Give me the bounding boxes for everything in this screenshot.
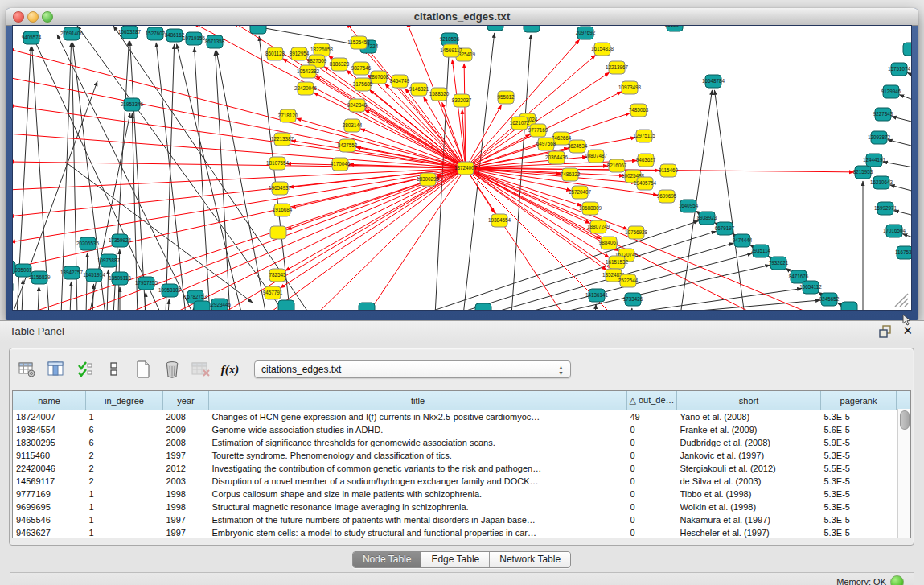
- table-cell[interactable]: 1998: [163, 501, 209, 513]
- graph-node[interactable]: [359, 303, 375, 311]
- table-cell[interactable]: 2009: [163, 423, 209, 436]
- table-row[interactable]: 1938455462009Genome-wide association stu…: [13, 423, 911, 436]
- float-window-icon[interactable]: [879, 325, 892, 338]
- table-cell[interactable]: 9463627: [13, 526, 86, 538]
- table-cell[interactable]: 6: [86, 423, 163, 436]
- column-header-title[interactable]: title: [209, 391, 627, 410]
- vertical-scrollbar[interactable]: [897, 409, 910, 538]
- table-cell[interactable]: Yano et al. (2008): [677, 410, 821, 424]
- table-row[interactable]: 946554611997Estimation of the future num…: [13, 513, 911, 526]
- table-cell[interactable]: Hescheler et al. (1997): [677, 526, 821, 538]
- table-cell[interactable]: 5.3E-5: [821, 488, 897, 501]
- graph-node[interactable]: [250, 26, 266, 34]
- table-cell[interactable]: 0: [627, 513, 677, 526]
- table-cell[interactable]: Embryonic stem cells: a model to study s…: [209, 526, 627, 538]
- graph-node[interactable]: [903, 43, 912, 56]
- table-cell[interactable]: 2003: [163, 475, 209, 488]
- table-cell[interactable]: 5.3E-5: [821, 475, 897, 488]
- table-cell[interactable]: Franke et al. (2009): [677, 423, 821, 436]
- column-header-name[interactable]: name: [13, 391, 86, 410]
- delete-icon[interactable]: [162, 360, 182, 379]
- table-cell[interactable]: 5.5E-5: [821, 462, 897, 475]
- table-cell[interactable]: 0: [627, 462, 677, 475]
- function-builder-icon[interactable]: f(x): [220, 360, 240, 379]
- column-header-year[interactable]: year: [163, 391, 209, 410]
- table-cell[interactable]: 18724007: [13, 410, 86, 424]
- column-header-in_degree[interactable]: in_degree: [86, 391, 163, 410]
- table-cell[interactable]: 2008: [163, 436, 209, 449]
- table-cell[interactable]: 1: [86, 513, 163, 526]
- table-cell[interactable]: 5.3E-5: [821, 410, 897, 424]
- table-cell[interactable]: Wolkin et al. (1998): [677, 501, 821, 513]
- column-header-out_de[interactable]: △ out_de…: [627, 391, 677, 410]
- table-cell[interactable]: 9115460: [13, 449, 86, 462]
- table-row[interactable]: 1456911722003Disruption of a novel membe…: [13, 475, 911, 488]
- table-row[interactable]: 977716911998Corpus callosum shape and si…: [13, 488, 911, 501]
- table-cell[interactable]: 2: [86, 449, 163, 462]
- table-cell[interactable]: 5.3E-5: [821, 449, 897, 462]
- table-cell[interactable]: 1997: [163, 513, 209, 526]
- network-canvas[interactable]: 1872400794055742769140610653287152760284…: [12, 25, 912, 311]
- table-cell[interactable]: Estimation of significance thresholds fo…: [209, 436, 627, 449]
- table-cell[interactable]: 0: [627, 436, 677, 449]
- table-cell[interactable]: 9777169: [13, 488, 86, 501]
- table-cell[interactable]: 2: [86, 475, 163, 488]
- graph-node[interactable]: [841, 302, 857, 311]
- table-cell[interactable]: Stergiakouli et al. (2012): [677, 462, 821, 475]
- column-header-pagerank[interactable]: pagerank: [821, 391, 897, 410]
- attribute-table[interactable]: namein_degreeyeartitle△ out_de…shortpage…: [12, 390, 911, 538]
- graph-node[interactable]: [278, 300, 294, 311]
- table-cell[interactable]: Estimation of the future numbers of pati…: [209, 513, 627, 526]
- graph-node[interactable]: [524, 26, 540, 32]
- graph-node[interactable]: [487, 26, 503, 31]
- column-header-short[interactable]: short: [677, 391, 821, 410]
- scrollbar-thumb[interactable]: [900, 410, 910, 430]
- table-selector[interactable]: citations_edges.txt ▲▼: [254, 360, 571, 378]
- table-cell[interactable]: 0: [627, 526, 677, 538]
- table-cell[interactable]: 5.3E-5: [821, 501, 897, 513]
- table-cell[interactable]: 1: [86, 410, 163, 424]
- table-cell[interactable]: 2: [86, 462, 163, 475]
- table-cell[interactable]: Genome-wide association studies in ADHD.: [209, 423, 627, 436]
- table-row[interactable]: 911546021997Tourette syndrome. Phenomeno…: [13, 449, 911, 462]
- table-cell[interactable]: 5.6E-5: [821, 423, 897, 436]
- table-row[interactable]: 969969511998Structural magnetic resonanc…: [13, 501, 911, 513]
- show-columns-icon[interactable]: [47, 360, 66, 379]
- table-cell[interactable]: Changes of HCN gene expression and I(f) …: [209, 410, 627, 424]
- table-cell[interactable]: Investigating the contribution of common…: [209, 462, 627, 475]
- table-row[interactable]: 2242004622012Investigating the contribut…: [13, 462, 911, 475]
- table-cell[interactable]: Tibbo et al. (1998): [677, 488, 821, 501]
- table-cell[interactable]: 5.3E-5: [821, 526, 897, 538]
- table-cell[interactable]: Jankovic et al. (1997): [677, 449, 821, 462]
- resize-grip-icon[interactable]: [892, 290, 910, 308]
- table-cell[interactable]: 9465546: [13, 513, 86, 526]
- table-cell[interactable]: 9699695: [13, 501, 86, 513]
- table-cell[interactable]: 19384554: [13, 423, 86, 436]
- table-cell[interactable]: 2012: [163, 462, 209, 475]
- table-cell[interactable]: Tourette syndrome. Phenomenology and cla…: [209, 449, 627, 462]
- network-window[interactable]: citations_edges.txt 18724007940557427691…: [6, 8, 918, 320]
- graph-node[interactable]: [475, 303, 491, 311]
- table-mode-icon[interactable]: [18, 360, 37, 379]
- table-row[interactable]: 1872400712008Changes of HCN gene express…: [13, 410, 911, 424]
- table-cell[interactable]: 0: [627, 449, 677, 462]
- table-cell[interactable]: 5.9E-5: [821, 436, 897, 449]
- tab-network-table[interactable]: Network Table: [490, 552, 570, 567]
- table-cell[interactable]: 49: [627, 410, 677, 424]
- network-svg[interactable]: 1872400794055742769140610653287152760284…: [13, 26, 912, 311]
- table-cell[interactable]: 1: [86, 526, 163, 538]
- graph-node[interactable]: [194, 301, 210, 311]
- table-cell[interactable]: 0: [627, 488, 677, 501]
- select-rows-icon[interactable]: [76, 360, 95, 379]
- table-row[interactable]: 1830029562008Estimation of significance …: [13, 436, 911, 449]
- row-height-icon[interactable]: [105, 360, 124, 379]
- graph-node[interactable]: [13, 261, 15, 274]
- table-cell[interactable]: de Silva et al. (2003): [677, 475, 821, 488]
- table-cell[interactable]: 1: [86, 488, 163, 501]
- table-cell[interactable]: 1997: [163, 449, 209, 462]
- table-cell[interactable]: 6: [86, 436, 163, 449]
- table-cell[interactable]: Corpus callosum shape and size in male p…: [209, 488, 627, 501]
- table-cell[interactable]: 1997: [163, 526, 209, 538]
- table-cell[interactable]: Nakamura et al. (1997): [677, 513, 821, 526]
- table-cell[interactable]: 18300295: [13, 436, 86, 449]
